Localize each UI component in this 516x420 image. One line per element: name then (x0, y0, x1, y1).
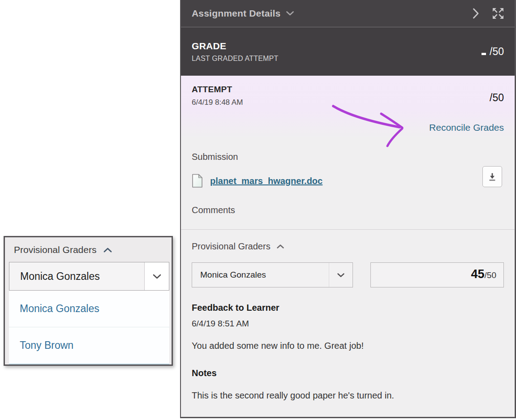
attempt-label: ATTEMPT (192, 85, 243, 94)
feedback-heading: Feedback to Learner (192, 303, 504, 313)
grade-section: GRADE LAST GRADED ATTEMPT /50 (181, 27, 515, 76)
grade-sublabel: LAST GRADED ATTEMPT (192, 55, 278, 63)
attempt-date: 6/4/19 8:48 AM (192, 98, 243, 107)
popup-option-monica-gonzales[interactable]: Monica Gonzales (9, 291, 169, 327)
popup-select-value: Monica Gonzales (20, 270, 100, 283)
popup-option-tony-brown[interactable]: Tony Brown (9, 327, 169, 364)
grader-score-max: /50 (485, 270, 496, 280)
panel-title[interactable]: Assignment Details (192, 8, 281, 19)
attempt-labels: ATTEMPT 6/4/19 8:48 AM (192, 85, 243, 107)
feedback-body: You added some new info to me. Great job… (192, 341, 504, 351)
chevron-up-icon (277, 244, 284, 249)
document-icon (192, 174, 203, 188)
submission-heading: Submission (192, 152, 504, 162)
popup-graders-heading: Provisional Graders (14, 244, 96, 255)
popup-options-list: Monica Gonzales Tony Brown (9, 291, 169, 364)
notes-body: This is the second really good paper he'… (192, 390, 504, 401)
graders-controls-row: Monica Gonzales 45/50 (192, 262, 504, 287)
grader-select-dropdown[interactable]: Monica Gonzales (192, 262, 353, 287)
attempt-score-max[interactable]: /50 (490, 92, 504, 104)
graders-heading: Provisional Graders (192, 241, 271, 252)
comments-heading: Comments (192, 205, 504, 215)
provisional-graders-section: Provisional Graders Monica Gonzales 45/5… (181, 229, 515, 417)
grade-score: /50 (482, 46, 504, 58)
chevron-down-icon (144, 262, 169, 290)
grade-max: /50 (490, 46, 504, 58)
submission-file-row: planet_mars_hwagner.doc (192, 174, 504, 188)
reconcile-grades-link[interactable]: Reconcile Grades (429, 122, 504, 133)
grader-score: 45/50 (471, 261, 496, 288)
chevron-down-icon (329, 263, 353, 287)
chevron-down-icon[interactable] (286, 11, 294, 16)
expand-fullscreen-icon[interactable] (492, 8, 504, 19)
attempt-row: ATTEMPT 6/4/19 8:48 AM /50 (192, 85, 504, 107)
submission-file-link[interactable]: planet_mars_hwagner.doc (210, 176, 322, 186)
download-button[interactable] (482, 166, 502, 187)
submission-section: Submission planet_mars_hwagner.doc (181, 138, 515, 229)
feedback-date: 6/4/19 8:51 AM (192, 319, 504, 329)
empty-score-dash (482, 53, 486, 55)
panel-header: Assignment Details (181, 0, 515, 27)
collapse-panel-chevron-right-icon[interactable] (473, 8, 479, 19)
popup-grader-select-dropdown[interactable]: Monica Gonzales (9, 262, 169, 291)
assignment-details-panel: Assignment Details GRADE LAST GRA (180, 0, 516, 418)
download-icon (487, 171, 497, 182)
attempt-section: ATTEMPT 6/4/19 8:48 AM /50 Reconcile Gra… (181, 76, 515, 138)
grader-select-value: Monica Gonzales (200, 270, 266, 280)
grader-score-box[interactable]: 45/50 (370, 262, 504, 287)
grade-label: GRADE (192, 41, 278, 51)
graders-heading-row[interactable]: Provisional Graders (192, 241, 504, 252)
hand-drawn-arrow-annotation (331, 104, 409, 149)
chevron-up-icon (103, 248, 112, 253)
popup-heading-row[interactable]: Provisional Graders (5, 237, 172, 255)
grade-labels: GRADE LAST GRADED ATTEMPT (192, 41, 278, 63)
grader-score-value: 45 (471, 267, 485, 281)
notes-heading: Notes (192, 368, 504, 378)
graders-dropdown-callout: Provisional Graders Monica Gonzales Moni… (4, 236, 173, 366)
